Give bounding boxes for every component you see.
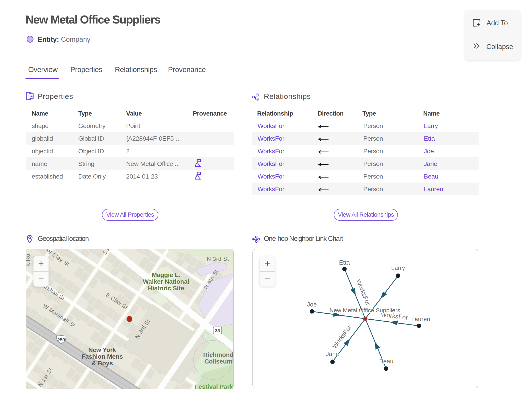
svg-text:Beau: Beau [379,358,393,365]
svg-text:Larry: Larry [391,265,405,271]
svg-text:New York: New York [88,346,116,353]
svg-text:Fashion Mens: Fashion Mens [82,353,123,360]
svg-text:Coliseum: Coliseum [204,358,232,365]
svg-text:33: 33 [215,328,220,333]
svg-text:k Ro: k Ro [26,254,31,266]
svg-text:Richmond: Richmond [203,351,234,358]
svg-text:Maggie L.: Maggie L. [152,271,180,278]
svg-text:Jane: Jane [326,351,339,357]
svg-text:Joe: Joe [307,301,317,308]
svg-text:N 3rd St: N 3rd St [207,256,229,262]
svg-text:Historic Site: Historic Site [148,285,184,292]
svg-text:Walker National: Walker National [143,278,189,285]
svg-text:250: 250 [57,337,65,342]
svg-text:Lauren: Lauren [411,316,430,323]
svg-text:Festival Park: Festival Park [195,383,233,389]
svg-text:New Metal Office Suppliers: New Metal Office Suppliers [329,307,400,314]
svg-text:Etta: Etta [339,259,350,266]
svg-text:& Boys: & Boys [92,360,113,367]
